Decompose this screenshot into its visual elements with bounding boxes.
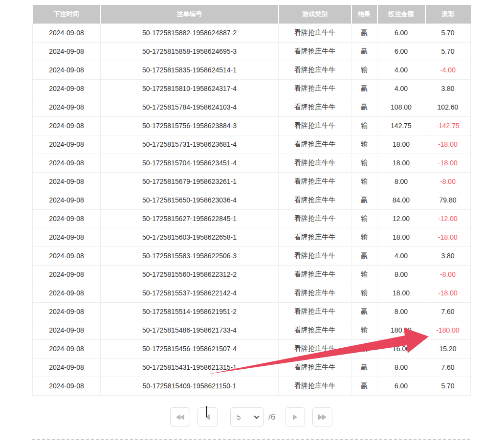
cell-game-type: 看牌抢庄牛牛 [279,377,351,395]
cell-game-type: 看牌抢庄牛牛 [279,135,351,154]
bet-history-table: 下注时间 注单编号 游戏类别 结果 投注金额 派彩 2024-09-08 50-… [32,5,471,396]
cell-payout: 3.80 [425,246,471,265]
cell-payout: -18.00 [425,135,471,154]
cell-result: 输 [351,61,377,79]
cell-payout: -12.00 [425,209,471,228]
cell-result: 输 [351,228,377,246]
cell-payout: -142.75 [425,116,471,135]
table-row: 2024-09-08 50-1725815731-1958623681-4 看牌… [33,135,471,154]
table-header: 下注时间 注单编号 游戏类别 结果 投注金额 派彩 [33,5,471,23]
next-page-button[interactable] [285,407,305,426]
table-row: 2024-09-08 50-1725815514-1958621951-2 看牌… [33,302,471,321]
cell-game-type: 看牌抢庄牛牛 [279,79,351,98]
cell-game-type: 看牌抢庄牛牛 [279,61,351,79]
pagination-bar: 5 /6 [32,407,470,426]
cell-bet-amount: 18.00 [377,228,425,246]
cell-order-no: 50-1725815486-1958621733-4 [101,321,279,339]
cell-order-no: 50-1725815756-1958623884-3 [101,116,279,135]
text-caret [206,406,207,417]
cell-result: 赢 [351,79,377,98]
page-total-label: /6 [268,412,275,422]
first-page-button[interactable] [170,407,190,426]
prev-page-button[interactable] [197,407,218,426]
cell-result: 赢 [351,191,377,209]
cell-payout: -8.00 [425,172,471,191]
page-select[interactable]: 5 [230,407,264,426]
cell-order-no: 50-1725815431-1958621315-1 [101,358,279,377]
cell-payout: 5.70 [425,23,471,42]
cell-payout: -180.00 [425,321,471,339]
cell-bet-time: 2024-09-08 [33,172,101,191]
cell-order-no: 50-1725815603-1958622658-1 [101,228,279,246]
cell-result: 输 [351,154,377,172]
cell-order-no: 50-1725815409-1958621150-1 [101,377,279,395]
column-header-result: 结果 [351,5,377,23]
cell-order-no: 50-1725815679-1958623261-1 [101,172,279,191]
cell-payout: -18.00 [425,228,471,246]
cell-order-no: 50-1725815560-1958622312-2 [101,265,279,284]
table-row: 2024-09-08 50-1725815431-1958621315-1 看牌… [33,358,471,377]
last-page-button[interactable] [312,407,332,426]
table-row: 2024-09-08 50-1725815560-1958622312-2 看牌… [33,265,471,284]
cell-payout: 15.20 [425,339,471,358]
cell-payout: 102.60 [425,98,471,116]
table-row: 2024-09-08 50-1725815409-1958621150-1 看牌… [33,377,471,395]
cell-bet-time: 2024-09-08 [33,321,101,339]
cell-result: 输 [351,172,377,191]
cell-bet-amount: 18.00 [377,135,425,154]
cell-payout: 5.70 [425,42,471,61]
cell-order-no: 50-1725815583-1958622506-3 [101,246,279,265]
cell-bet-time: 2024-09-08 [33,358,101,377]
cell-bet-time: 2024-09-08 [33,135,101,154]
dashed-divider [32,439,470,440]
cell-result: 赢 [351,23,377,42]
table-row: 2024-09-08 50-1725815784-1958624103-4 看牌… [33,98,471,116]
cell-bet-time: 2024-09-08 [33,191,101,209]
cell-game-type: 看牌抢庄牛牛 [279,302,351,321]
table-row: 2024-09-08 50-1725815627-1958622845-1 看牌… [33,209,471,228]
cell-order-no: 50-1725815456-1958621507-4 [101,339,279,358]
cell-game-type: 看牌抢庄牛牛 [279,154,351,172]
table-row: 2024-09-08 50-1725815456-1958621507-4 看牌… [33,339,471,358]
cell-order-no: 50-1725815514-1958621951-2 [101,302,279,321]
cell-bet-amount: 16.00 [377,339,425,358]
cell-result: 输 [351,321,377,339]
cell-result: 输 [351,135,377,154]
cell-game-type: 看牌抢庄牛牛 [279,23,351,42]
cell-bet-time: 2024-09-08 [33,154,101,172]
cell-order-no: 50-1725815835-1958624514-1 [101,61,279,79]
table-row: 2024-09-08 50-1725815583-1958622506-3 看牌… [33,246,471,265]
cell-game-type: 看牌抢庄牛牛 [279,42,351,61]
cell-payout: 7.60 [425,358,471,377]
table-row: 2024-09-08 50-1725815858-1958624695-3 看牌… [33,42,471,61]
cell-payout: -18.00 [425,284,471,302]
cell-game-type: 看牌抢庄牛牛 [279,265,351,284]
cell-payout: -8.00 [425,265,471,284]
cell-game-type: 看牌抢庄牛牛 [279,209,351,228]
column-header-order-no: 注单编号 [101,5,279,23]
cell-bet-time: 2024-09-08 [33,228,101,246]
cell-bet-amount: 4.00 [377,246,425,265]
cell-bet-amount: 6.00 [377,23,425,42]
table-row: 2024-09-08 50-1725815650-1958623036-4 看牌… [33,191,471,209]
table-row: 2024-09-08 50-1725815603-1958622658-1 看牌… [33,228,471,246]
cell-payout: -18.00 [425,154,471,172]
cell-bet-amount: 6.00 [377,377,425,395]
table-body: 2024-09-08 50-1725815882-1958624887-2 看牌… [33,23,471,395]
table-row: 2024-09-08 50-1725815835-1958624514-1 看牌… [33,61,471,79]
cell-result: 赢 [351,246,377,265]
cell-result: 赢 [351,339,377,358]
header-row: 下注时间 注单编号 游戏类别 结果 投注金额 派彩 [33,5,471,23]
cell-bet-amount: 12.00 [377,209,425,228]
cell-order-no: 50-1725815537-1958622142-4 [101,284,279,302]
cell-bet-time: 2024-09-08 [33,209,101,228]
cell-result: 输 [351,265,377,284]
cell-bet-time: 2024-09-08 [33,98,101,116]
column-header-game-type: 游戏类别 [279,5,351,23]
cell-result: 输 [351,116,377,135]
cell-bet-amount: 4.00 [377,79,425,98]
right-arrow-icon [293,414,297,420]
cell-order-no: 50-1725815784-1958624103-4 [101,98,279,116]
cell-bet-amount: 180.00 [377,321,425,339]
double-right-arrow-icon [318,414,327,420]
